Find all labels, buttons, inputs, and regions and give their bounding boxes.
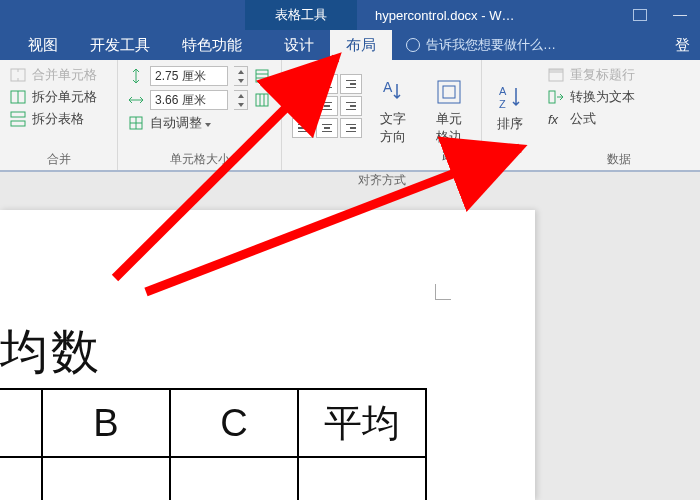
sort-button[interactable]: AZ 排序 (490, 79, 530, 137)
merge-cells-icon (10, 67, 26, 83)
row-height-icon (128, 68, 144, 84)
svg-text:A: A (499, 85, 507, 97)
repeat-header-icon (548, 67, 564, 83)
formula-icon: fx (548, 111, 564, 127)
distribute-cols-icon[interactable] (254, 92, 270, 108)
sort-icon: AZ (496, 83, 524, 111)
account-link[interactable]: 登 (665, 30, 700, 60)
svg-rect-7 (256, 70, 268, 82)
row-height-spinner[interactable] (234, 66, 248, 86)
col-width-input[interactable]: 3.66 厘米 (150, 90, 228, 110)
merge-cells-label: 合并单元格 (32, 66, 97, 84)
group-data: 重复标题行 转换为文本 fx 公式 数据 (538, 60, 700, 170)
merge-cells-button[interactable]: 合并单元格 (10, 66, 107, 84)
autofit-button[interactable]: 自动调整 (128, 114, 271, 132)
tab-design[interactable]: 设计 (268, 30, 330, 60)
group-data-label: 数据 (548, 147, 690, 168)
split-cells-label: 拆分单元格 (32, 88, 97, 106)
group-merge-label: 合并 (10, 147, 107, 168)
doc-heading: 均数 (0, 320, 102, 384)
svg-text:fx: fx (548, 112, 559, 127)
tab-layout[interactable]: 布局 (330, 30, 392, 60)
convert-text-label: 转换为文本 (570, 88, 635, 106)
svg-rect-6 (11, 121, 25, 126)
formula-button[interactable]: fx 公式 (548, 110, 690, 128)
repeat-header-label: 重复标题行 (570, 66, 635, 84)
svg-rect-10 (256, 94, 268, 106)
ribbon: 合并单元格 拆分单元格 拆分表格 合并 2.75 厘米 3.66 厘 (0, 60, 700, 172)
table-cell[interactable]: 平均 (298, 389, 426, 457)
svg-rect-21 (549, 69, 563, 73)
ribbon-tabs: 视图 开发工具 特色功能 设计 布局 告诉我您想要做什么… 登 (0, 30, 700, 60)
svg-rect-18 (443, 86, 455, 98)
title-bar: 表格工具 hypercontrol.docx - W… (0, 0, 700, 30)
document-title: hypercontrol.docx - W… (357, 0, 532, 30)
minimize-icon[interactable] (660, 0, 700, 30)
cell-margins-label: 单元格边距 (432, 110, 465, 164)
group-cellsize: 2.75 厘米 3.66 厘米 自动调整 单元格大小 (118, 60, 282, 170)
table-row[interactable] (0, 457, 426, 500)
text-direction-label: 文字方向 (380, 110, 408, 146)
distribute-rows-icon[interactable] (254, 68, 270, 84)
page-corner-mark (435, 280, 455, 300)
tell-me-placeholder: 告诉我您想要做什么… (426, 36, 556, 54)
table-cell[interactable] (170, 457, 298, 500)
convert-text-button[interactable]: 转换为文本 (548, 88, 690, 106)
group-merge: 合并单元格 拆分单元格 拆分表格 合并 (0, 60, 118, 170)
split-table-button[interactable]: 拆分表格 (10, 110, 107, 128)
tab-view[interactable]: 视图 (12, 30, 74, 60)
col-width-control[interactable]: 3.66 厘米 (128, 90, 271, 110)
convert-text-icon (548, 89, 564, 105)
text-direction-button[interactable]: A 文字方向 (374, 74, 414, 150)
group-sort: AZ 排序 (482, 60, 538, 170)
table-cell[interactable] (0, 457, 42, 500)
alignment-grid[interactable] (292, 74, 362, 138)
context-tab-tabletools: 表格工具 (245, 0, 357, 30)
table-cell[interactable] (0, 389, 42, 457)
table-row[interactable]: B C 平均 (0, 389, 426, 457)
split-table-label: 拆分表格 (32, 110, 84, 128)
row-height-input[interactable]: 2.75 厘米 (150, 66, 228, 86)
split-cells-icon (10, 89, 26, 105)
svg-text:Z: Z (499, 98, 506, 110)
repeat-header-button[interactable]: 重复标题行 (548, 66, 690, 84)
tab-developer[interactable]: 开发工具 (74, 30, 166, 60)
col-width-spinner[interactable] (234, 90, 248, 110)
bulb-icon (406, 38, 420, 52)
tab-feature[interactable]: 特色功能 (166, 30, 258, 60)
col-width-icon (128, 92, 144, 108)
autofit-icon (128, 115, 144, 131)
tell-me-search[interactable]: 告诉我您想要做什么… (392, 30, 556, 60)
split-cells-button[interactable]: 拆分单元格 (10, 88, 107, 106)
table-cell[interactable]: B (42, 389, 170, 457)
group-alignment: A 文字方向 单元格边距 对齐方式 (282, 60, 482, 170)
svg-rect-23 (549, 91, 555, 103)
svg-rect-5 (11, 112, 25, 117)
cell-margins-button[interactable]: 单元格边距 (426, 74, 471, 168)
doc-table[interactable]: B C 平均 (0, 388, 427, 500)
group-alignment-label: 对齐方式 (292, 168, 471, 189)
table-cell[interactable] (298, 457, 426, 500)
ribbon-display-icon[interactable] (620, 0, 660, 30)
row-height-control[interactable]: 2.75 厘米 (128, 66, 271, 86)
svg-text:A: A (383, 79, 393, 95)
text-direction-icon: A (380, 78, 408, 106)
table-cell[interactable]: C (170, 389, 298, 457)
split-table-icon (10, 111, 26, 127)
table-cell[interactable] (42, 457, 170, 500)
sort-label: 排序 (497, 115, 523, 133)
svg-rect-17 (438, 81, 460, 103)
cell-margins-icon (435, 78, 463, 106)
formula-label: 公式 (570, 110, 596, 128)
group-cellsize-label: 单元格大小 (128, 147, 271, 168)
autofit-label: 自动调整 (150, 114, 211, 132)
